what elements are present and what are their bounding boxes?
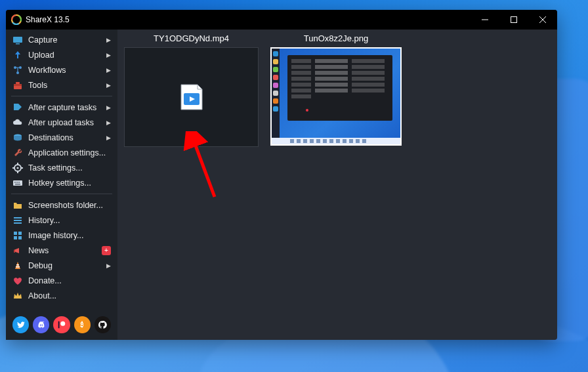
svg-rect-32 <box>18 232 22 235</box>
separator <box>11 96 112 96</box>
folder-icon <box>12 200 23 211</box>
sidebar-item-capture[interactable]: Capture ▶ <box>6 32 117 47</box>
sidebar-item-about[interactable]: About... <box>6 288 117 303</box>
sidebar-item-destinations[interactable]: Destinations ▶ <box>6 130 117 145</box>
content-area: TY1ODGDyNd.mp4 TunOx8z2Je.png <box>117 30 557 340</box>
twitter-icon[interactable] <box>12 316 29 333</box>
chevron-right-icon: ▶ <box>106 119 111 126</box>
sidebar-item-task-settings[interactable]: Task settings... <box>6 160 117 175</box>
sidebar-item-hotkey-settings[interactable]: Hotkey settings... <box>6 175 117 190</box>
chevron-right-icon: ▶ <box>106 82 111 89</box>
file-tile[interactable]: TY1ODGDyNd.mp4 <box>124 33 259 147</box>
chevron-right-icon: ▶ <box>106 67 111 73</box>
file-tile[interactable]: TunOx8z2Je.png <box>270 33 402 146</box>
sidebar-item-tools[interactable]: Tools ▶ <box>6 77 117 93</box>
news-badge: + <box>102 246 111 255</box>
keyboard-icon <box>12 178 23 188</box>
svg-rect-25 <box>16 182 18 183</box>
close-button[interactable] <box>528 10 557 30</box>
sidebar-item-history[interactable]: History... <box>6 213 117 228</box>
discord-icon[interactable] <box>33 316 49 333</box>
window-title: ShareX 13.5 <box>26 15 471 24</box>
minimize-button[interactable] <box>471 10 499 30</box>
cloud-icon <box>12 117 23 128</box>
svg-rect-31 <box>14 232 17 235</box>
svg-rect-39 <box>58 321 60 329</box>
svg-point-38 <box>60 321 65 326</box>
wrench-icon <box>12 148 23 158</box>
svg-rect-29 <box>14 220 22 221</box>
svg-rect-37 <box>16 266 20 268</box>
screen-icon <box>12 35 23 45</box>
svg-rect-30 <box>14 222 22 224</box>
sidebar-item-screenshots-folder[interactable]: Screenshots folder... <box>6 197 117 213</box>
sharex-app-icon <box>11 14 22 25</box>
video-file-icon <box>180 84 203 110</box>
grid-icon <box>12 230 23 241</box>
drive-icon <box>12 133 23 143</box>
titlebar: ShareX 13.5 <box>6 10 557 30</box>
svg-rect-34 <box>18 236 22 239</box>
chevron-right-icon: ▶ <box>106 52 111 58</box>
svg-rect-28 <box>14 217 22 218</box>
svg-rect-27 <box>15 184 20 185</box>
bitcoin-icon[interactable]: ₿ <box>74 316 91 333</box>
sidebar-item-workflows[interactable]: Workflows ▶ <box>6 62 117 77</box>
sidebar-item-upload[interactable]: Upload ▶ <box>6 47 117 62</box>
sidebar: Capture ▶ Upload ▶ Workflows ▶ <box>6 30 117 340</box>
chevron-right-icon: ▶ <box>106 37 111 43</box>
social-bar: ₿ <box>6 310 117 340</box>
svg-point-18 <box>16 167 18 169</box>
list-icon <box>12 215 23 226</box>
svg-line-42 <box>194 140 215 197</box>
svg-rect-8 <box>13 37 22 43</box>
svg-rect-35 <box>14 250 15 253</box>
tag-icon <box>12 102 23 113</box>
sidebar-item-donate[interactable]: Donate... <box>6 273 117 288</box>
workflow-icon <box>12 65 23 75</box>
toolbox-icon <box>12 80 23 91</box>
svg-rect-26 <box>18 182 20 183</box>
github-icon[interactable] <box>94 316 111 333</box>
svg-rect-36 <box>16 264 19 266</box>
chevron-right-icon: ▶ <box>106 134 111 141</box>
gear-icon <box>12 163 23 173</box>
sharex-window: ShareX 13.5 Capture ▶ Uplo <box>6 10 557 340</box>
sidebar-item-after-upload[interactable]: After upload tasks ▶ <box>6 115 117 130</box>
svg-rect-33 <box>14 236 17 239</box>
svg-rect-9 <box>16 43 20 45</box>
upload-arrow-icon <box>12 50 23 60</box>
svg-rect-24 <box>14 182 16 183</box>
chevron-right-icon: ▶ <box>106 262 111 269</box>
heart-icon <box>12 276 23 286</box>
video-thumbnail <box>124 47 259 147</box>
sidebar-item-app-settings[interactable]: Application settings... <box>6 145 117 160</box>
cone-icon <box>12 260 23 271</box>
svg-rect-15 <box>16 82 20 84</box>
chevron-right-icon: ▶ <box>106 104 111 111</box>
patreon-icon[interactable] <box>53 316 70 333</box>
sidebar-item-news[interactable]: News + <box>6 243 117 258</box>
svg-rect-5 <box>511 17 517 23</box>
svg-rect-23 <box>13 180 22 186</box>
screenshot-thumbnail <box>270 47 402 146</box>
sidebar-item-debug[interactable]: Debug ▶ <box>6 258 117 273</box>
sidebar-item-after-capture[interactable]: After capture tasks ▶ <box>6 100 117 115</box>
maximize-button[interactable] <box>499 10 528 30</box>
megaphone-icon <box>12 245 23 256</box>
svg-rect-14 <box>14 84 22 86</box>
svg-text:₿: ₿ <box>80 321 83 328</box>
file-name: TY1ODGDyNd.mp4 <box>154 33 229 43</box>
crown-icon <box>12 291 23 301</box>
separator <box>11 194 112 194</box>
file-name: TunOx8z2Je.png <box>304 33 369 43</box>
sidebar-item-image-history[interactable]: Image history... <box>6 228 117 243</box>
